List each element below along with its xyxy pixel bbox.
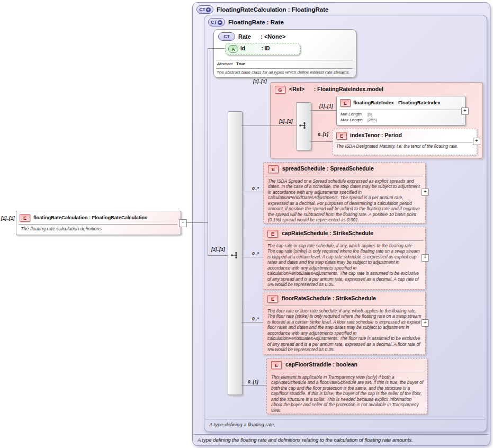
separator bbox=[19, 224, 177, 225]
cardinality-label: [1]..[1] bbox=[211, 247, 225, 252]
separator bbox=[266, 176, 423, 176]
connector bbox=[310, 110, 336, 111]
cardinality-label: [1]..[1] bbox=[319, 103, 333, 109]
cardinality-label: 0..* bbox=[252, 186, 259, 191]
plus-badge-icon: + bbox=[218, 20, 222, 25]
separator bbox=[265, 306, 423, 306]
separator bbox=[269, 372, 425, 372]
element-box-floating-rate-calculation[interactable]: E floatingRateCalculation : FloatingRate… bbox=[16, 211, 181, 235]
element-title: capRateSchedule : StrikeSchedule bbox=[282, 230, 373, 236]
facet-value: [255] bbox=[367, 118, 377, 122]
sequence-icon bbox=[230, 251, 239, 259]
connector bbox=[208, 48, 208, 255]
element-box-cap-floor-straddle[interactable]: E capFloorStraddle : boolean This elemen… bbox=[266, 358, 427, 414]
connector bbox=[241, 257, 263, 257]
element-icon: E bbox=[271, 361, 282, 369]
plus-badge-icon: + bbox=[206, 7, 211, 12]
type-title: Rate : <None> bbox=[238, 33, 285, 40]
element-annotation: The floating rate calculation definition… bbox=[21, 226, 178, 232]
xsd-schema-diagram: CT+ FloatingRateCalculation : FloatingRa… bbox=[0, 0, 493, 448]
facet-label: Abstract bbox=[217, 61, 232, 66]
connector bbox=[241, 192, 263, 192]
cardinality-label: 0..[1] bbox=[248, 379, 258, 384]
connector bbox=[208, 255, 228, 256]
element-icon: E bbox=[267, 230, 278, 238]
connector bbox=[241, 126, 297, 126]
group-title: <Ref> : FloatingRateIndex.model bbox=[289, 86, 383, 92]
separator bbox=[216, 60, 353, 60]
element-box-cap-rate-schedule[interactable]: E capRateSchedule : StrikeSchedule The c… bbox=[263, 227, 426, 290]
group-icon: G bbox=[275, 86, 285, 94]
element-icon: E bbox=[268, 165, 279, 173]
separator bbox=[216, 68, 353, 69]
expand-button[interactable]: + bbox=[422, 319, 429, 327]
type-annotation: The abstract base class for all types wh… bbox=[217, 70, 353, 75]
element-box-spread-schedule[interactable]: E spreadSchedule : SpreadSchedule The IS… bbox=[263, 162, 426, 223]
separator bbox=[265, 240, 423, 241]
element-box-index-tenor[interactable]: E indexTenor : Period The ISDA Designate… bbox=[333, 129, 477, 155]
collapse-button[interactable]: - bbox=[179, 219, 187, 227]
cardinality-label: [1]..[1] bbox=[279, 119, 293, 124]
type-title: FloatingRate : Rate bbox=[228, 19, 284, 25]
element-icon: E bbox=[336, 132, 347, 140]
complex-type-icon-label: CT bbox=[211, 20, 217, 25]
expand-button[interactable]: + bbox=[461, 107, 469, 115]
element-icon: E bbox=[20, 214, 30, 222]
complex-type-icon: CT+ bbox=[208, 18, 225, 26]
expand-button[interactable]: + bbox=[422, 189, 429, 196]
connector bbox=[186, 222, 208, 223]
element-box-floating-rate-index[interactable]: E floatingRateIndex : FloatingRateIndex … bbox=[336, 96, 465, 126]
facet-label: Max Length bbox=[340, 118, 363, 122]
element-annotation: The ISDA Designated Maturity, i.e. the t… bbox=[336, 144, 475, 149]
element-annotation: This element is applicable in Transparen… bbox=[271, 374, 424, 413]
connector bbox=[241, 322, 263, 322]
element-title: indexTenor : Period bbox=[350, 132, 402, 138]
type-annotation: A type defining a floating rate. bbox=[205, 419, 486, 431]
complex-type-icon-label: CT bbox=[199, 7, 205, 12]
element-title: capFloorStraddle : boolean bbox=[285, 361, 357, 368]
element-annotation: The cap rate or cap rate schedule, if an… bbox=[267, 243, 422, 287]
element-annotation: The floor rate or floor rate schedule, i… bbox=[267, 308, 422, 352]
connector bbox=[241, 385, 266, 386]
complex-type-icon: CT bbox=[218, 32, 235, 41]
type-header: CT+ FloatingRate : Rate bbox=[208, 18, 284, 26]
element-title: floorRateSchedule : StrikeSchedule bbox=[282, 295, 376, 301]
type-annotation: A type defining the floating rate and de… bbox=[193, 434, 489, 447]
sequence-icon bbox=[299, 121, 307, 130]
element-title: floatingRateIndex : FloatingRateIndex bbox=[353, 100, 441, 105]
expand-button[interactable]: + bbox=[422, 254, 429, 262]
type-title: FloatingRateCalculation : FloatingRate bbox=[217, 6, 328, 13]
expand-button[interactable]: + bbox=[473, 138, 480, 145]
attribute-box-id[interactable]: A id : ID bbox=[225, 43, 300, 55]
complex-type-icon-label: CT bbox=[223, 34, 229, 39]
element-icon: E bbox=[340, 99, 351, 107]
connector bbox=[310, 141, 333, 142]
separator bbox=[339, 110, 463, 110]
element-title: floatingRateCalculation : FloatingRateCa… bbox=[33, 214, 147, 220]
connector bbox=[208, 48, 225, 49]
element-box-floor-rate-schedule[interactable]: E floorRateSchedule : StrikeSchedule The… bbox=[263, 292, 426, 355]
facet-value: True bbox=[236, 61, 245, 66]
cardinality-label: [1]..[1] bbox=[253, 79, 267, 84]
facet-label: Min Length bbox=[340, 112, 362, 117]
cardinality-label: 0..[1] bbox=[318, 132, 328, 137]
facet-value: [0] bbox=[367, 112, 372, 117]
type-header: CT Rate : <None> bbox=[218, 32, 285, 41]
type-box-rate[interactable]: CT Rate : <None> A id : ID Abstract True… bbox=[213, 29, 356, 78]
type-header: CT+ FloatingRateCalculation : FloatingRa… bbox=[196, 5, 328, 14]
attribute-title: id : ID bbox=[240, 46, 270, 51]
attribute-icon: A bbox=[228, 45, 238, 53]
cardinality-label: [1]..[1] bbox=[1, 216, 15, 221]
element-annotation: The ISDA Spread or a Spread schedule exp… bbox=[268, 178, 422, 222]
cardinality-label: 0..* bbox=[252, 251, 259, 256]
cardinality-label: 0..* bbox=[252, 316, 259, 321]
element-title: spreadSchedule : SpreadSchedule bbox=[282, 165, 374, 172]
element-icon: E bbox=[267, 295, 278, 303]
complex-type-icon: CT+ bbox=[196, 5, 213, 14]
separator bbox=[335, 142, 474, 142]
